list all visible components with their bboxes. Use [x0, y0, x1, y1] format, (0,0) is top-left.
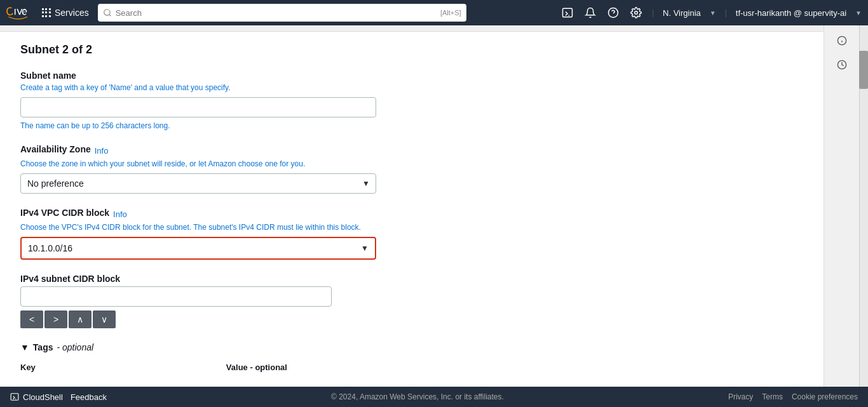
svg-rect-11	[11, 394, 18, 401]
region-chevron: ▼	[710, 10, 716, 17]
tags-chevron-icon: ▼	[20, 342, 29, 352]
ipv4-subnet-cidr-input[interactable]: 10.1.0.0/20	[20, 286, 332, 307]
svg-rect-2	[562, 8, 572, 17]
user-chevron: ▼	[855, 10, 862, 17]
tags-header[interactable]: ▼ Tags - optional	[20, 342, 803, 352]
az-section: Availability Zone Info Choose the zone i…	[20, 144, 803, 194]
feedback-btn[interactable]: Feedback	[71, 392, 107, 402]
services-menu[interactable]: Services	[38, 8, 93, 18]
subnet-name-hint: Create a tag with a key of 'Name' and a …	[20, 83, 803, 92]
subnet-name-input[interactable]: subnet-2	[20, 97, 376, 117]
settings-icon-btn[interactable]	[629, 6, 643, 20]
info-sidebar-btn[interactable]	[834, 33, 850, 51]
az-select-wrapper: No preference us-east-1a us-east-1b us-e…	[20, 173, 376, 194]
subnet-name-section: Subnet name Create a tag with a key of '…	[20, 70, 803, 130]
terms-link[interactable]: Terms	[762, 392, 783, 401]
stepper-next-btn[interactable]: >	[44, 310, 67, 328]
ipv4-subnet-cidr-section: IPv4 subnet CIDR block 10.1.0.0/20 < > ∧…	[20, 274, 803, 328]
ipv4-cidr-hint: Choose the VPC's IPv4 CIDR block for the…	[20, 223, 803, 232]
terminal-icon-btn[interactable]	[560, 6, 574, 20]
search-input[interactable]	[116, 8, 437, 18]
tags-label: Tags	[33, 342, 53, 352]
stepper-prev-btn[interactable]: <	[20, 310, 43, 328]
table-key-header: Key	[20, 363, 36, 372]
subnet-title: Subnet 2 of 2	[20, 43, 803, 57]
az-select[interactable]: No preference us-east-1a us-east-1b us-e…	[20, 173, 376, 194]
ipv4-cidr-select-container: 10.1.0.0/16 ▼	[20, 237, 376, 260]
ipv4-cidr-label: IPv4 VPC CIDR block	[20, 208, 109, 218]
cloudshell-icon	[10, 392, 19, 401]
region-selector[interactable]: N. Virginia	[663, 8, 701, 18]
svg-point-0	[104, 10, 109, 15]
bell-icon-btn[interactable]	[583, 6, 597, 20]
ipv4-cidr-select[interactable]: 10.1.0.0/16	[22, 238, 375, 258]
help-icon-btn[interactable]	[606, 6, 620, 20]
az-hint: Choose the zone in which your subnet wil…	[20, 159, 803, 168]
table-header-row: Key Value - optional	[20, 359, 803, 372]
top-navigation: Services [Alt+S] | N	[0, 0, 868, 25]
content-area: Subnet 2 of 2 Subnet name Create a tag w…	[0, 25, 824, 387]
right-sidebar	[824, 25, 859, 387]
svg-line-1	[109, 15, 111, 17]
question-icon	[607, 7, 619, 18]
grid-icon	[42, 8, 51, 17]
bottom-links: Privacy Terms Cookie preferences	[728, 392, 858, 401]
stepper-controls: < > ∧ ∨	[20, 310, 803, 328]
bottom-copyright: © 2024, Amazon Web Services, Inc. or its…	[114, 392, 721, 401]
stepper-up-btn[interactable]: ∧	[69, 310, 92, 328]
info-icon	[837, 36, 847, 46]
subnet-name-sub: The name can be up to 256 characters lon…	[20, 121, 803, 130]
ipv4-subnet-cidr-label: IPv4 subnet CIDR block	[20, 274, 803, 284]
terminal-icon	[562, 7, 573, 18]
az-info-link[interactable]: Info	[95, 146, 109, 156]
stepper-down-btn[interactable]: ∨	[93, 310, 116, 328]
tags-optional: - optional	[57, 342, 94, 352]
history-sidebar-btn[interactable]	[834, 57, 850, 75]
subnet-name-label: Subnet name	[20, 70, 803, 81]
nav-icons: | N. Virginia ▼ | tf-usr-harikanth @ sup…	[560, 6, 862, 20]
ipv4-vpc-cidr-section: IPv4 VPC CIDR block Info Choose the VPC'…	[20, 208, 803, 260]
bottom-bar: CloudShell Feedback © 2024, Amazon Web S…	[0, 387, 868, 407]
search-shortcut: [Alt+S]	[440, 9, 461, 17]
services-label: Services	[55, 8, 89, 18]
scrollbar-thumb[interactable]	[859, 51, 868, 89]
scrollbar-track[interactable]	[859, 25, 868, 387]
svg-point-6	[635, 11, 638, 15]
search-icon	[103, 8, 112, 17]
aws-logo[interactable]	[6, 5, 31, 20]
cloudshell-label: CloudShell	[23, 392, 63, 402]
table-value-header: Value - optional	[226, 363, 287, 372]
ipv4-cidr-info-link[interactable]: Info	[113, 210, 127, 219]
privacy-link[interactable]: Privacy	[728, 392, 753, 401]
az-label: Availability Zone	[20, 144, 91, 154]
search-bar[interactable]: [Alt+S]	[98, 4, 466, 22]
cidr-input-wrapper: 10.1.0.0/20	[20, 286, 332, 307]
cloudshell-btn[interactable]: CloudShell	[10, 392, 63, 402]
bell-icon	[585, 7, 596, 18]
tags-section: ▼ Tags - optional Key Value - optional	[20, 342, 803, 372]
user-menu[interactable]: tf-usr-harikanth @ supervity-ai	[736, 8, 846, 18]
gear-icon	[630, 7, 642, 18]
clock-icon	[837, 60, 847, 70]
cookie-link[interactable]: Cookie preferences	[792, 392, 858, 401]
